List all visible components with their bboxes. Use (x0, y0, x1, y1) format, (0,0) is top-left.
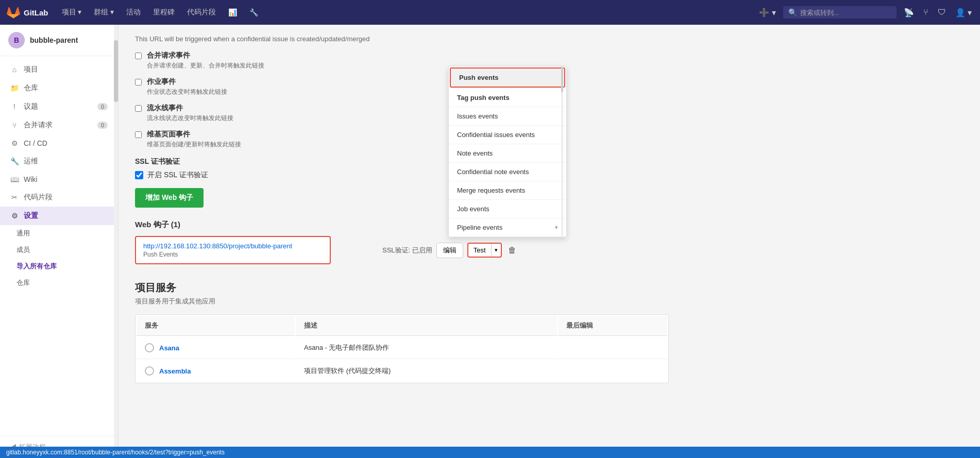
merge-requests-label: 合并请求事件 (147, 51, 264, 60)
sidebar-nav-list: ⌂ 项目 📁 仓库 ! 议题 0 ⑂ 合并请求 0 ⚙ CI / CD (0, 56, 118, 295)
nav-groups[interactable]: 群组 ▾ (89, 6, 119, 19)
cicd-icon: ⚙ (10, 139, 19, 147)
services-table-head: 服务 描述 最后编辑 (137, 316, 667, 336)
sidebar-item-settings[interactable]: ⚙ 设置 (0, 207, 118, 225)
dropdown-item-merge-requests-events[interactable]: Merge requests events (449, 181, 566, 200)
top-navigation: GitLab 项目 ▾ 群组 ▾ 活动 里程碑 代码片段 📊 🔧 ➕ ▾ 🔍 📡… (0, 0, 980, 25)
broadcast-icon[interactable]: 📡 (902, 6, 916, 20)
sidebar-item-label: 代码片段 (24, 193, 53, 202)
dropdown-item-issues-events[interactable]: Issues events (449, 107, 566, 126)
main-inner: This URL will be triggered when a confid… (119, 25, 685, 394)
nav-snippets[interactable]: 代码片段 (182, 6, 221, 19)
dropdown-item-push-events[interactable]: Push events (450, 67, 565, 88)
search-input[interactable] (800, 9, 891, 16)
issues-badge: 0 (97, 103, 108, 110)
sidebar-item-wiki[interactable]: 📖 Wiki (0, 171, 118, 188)
col-last-edit: 最后编辑 (558, 316, 667, 336)
wiki-events-checkbox[interactable] (135, 131, 142, 138)
test-webhook-dropdown[interactable]: ▾ (492, 244, 501, 257)
nav-projects[interactable]: 项目 ▾ (57, 6, 87, 19)
plus-icon[interactable]: ➕ ▾ (757, 6, 778, 20)
sidebar-item-label: CI / CD (24, 139, 47, 147)
assembla-toggle[interactable] (145, 366, 154, 376)
dropdown-item-tag-push-events[interactable]: Tag push events (449, 89, 566, 107)
dropdown-item-note-events[interactable]: Note events (449, 144, 566, 163)
wiki-events-checkbox-item: 维基页面事件 维基页面创建/更新时将触发此链接 (135, 130, 669, 149)
delete-webhook-button[interactable]: 🗑 (506, 244, 518, 257)
webhook-section: Web 钩子 (1) http://192.168.102.130:8850/p… (135, 220, 669, 264)
col-service: 服务 (137, 316, 295, 336)
sidebar-item-project[interactable]: ⌂ 项目 (0, 60, 118, 79)
snippets-icon: ✂ (10, 193, 19, 201)
add-webhook-button[interactable]: 增加 Web 钩子 (135, 188, 204, 208)
dropdown-item-confidential-note-events[interactable]: Confidential note events (449, 163, 566, 181)
ssl-checkbox[interactable] (135, 171, 143, 179)
pipeline-events-checkbox[interactable] (135, 105, 142, 112)
sidebar-item-repository[interactable]: 📁 仓库 (0, 79, 118, 97)
wiki-events-label-group: 维基页面事件 维基页面创建/更新时将触发此链接 (147, 130, 241, 149)
search-box[interactable]: 🔍 (783, 6, 897, 19)
shield-icon[interactable]: 🛡 (936, 6, 948, 19)
project-name: bubble-parent (30, 36, 78, 44)
asana-toggle[interactable] (145, 343, 154, 352)
edit-webhook-button[interactable]: 编辑 (436, 243, 463, 258)
merge-icon[interactable]: ⑂ (921, 6, 931, 19)
merge-requests-badge: 0 (97, 122, 108, 129)
gitlab-text: GitLab (24, 8, 48, 17)
ssl-status-label: SSL验证: 已启用 (382, 246, 432, 255)
sidebar-item-snippets[interactable]: ✂ 代码片段 (0, 188, 118, 207)
job-events-desc: 作业状态改变时将触发此链接 (147, 88, 227, 96)
pipeline-events-label: 流水线事件 (147, 104, 233, 113)
top-nav-items: 项目 ▾ 群组 ▾ 活动 里程碑 代码片段 📊 🔧 (57, 6, 264, 19)
sidebar-scrollbar-thumb (114, 40, 118, 102)
settings-submenu: 通用 成员 导入所有仓库 仓库 (0, 225, 118, 291)
issues-icon: ! (10, 103, 19, 111)
sidebar-sub-general[interactable]: 通用 (16, 225, 118, 242)
ssl-checkbox-label: 开启 SSL 证书验证 (147, 171, 208, 180)
sidebar-scrollbar-track[interactable] (114, 25, 118, 458)
services-table-header-row: 服务 描述 最后编辑 (137, 316, 667, 336)
asana-link[interactable]: Asana (159, 344, 179, 352)
dropdown-item-pipeline-events[interactable]: Pipeline events ▾ (449, 218, 566, 237)
sidebar-sub-import[interactable]: 导入所有仓库 (16, 258, 118, 275)
merge-requests-checkbox[interactable] (135, 53, 142, 59)
sidebar-item-cicd[interactable]: ⚙ CI / CD (0, 134, 118, 152)
sidebar-item-label: 项目 (24, 65, 38, 74)
nav-chart-icon[interactable]: 📊 (223, 6, 242, 19)
test-webhook-button[interactable]: Test (468, 244, 492, 257)
gitlab-logo[interactable]: GitLab (6, 5, 48, 20)
services-table-body: Asana Asana - 无电子邮件团队协作 Assembla (137, 337, 667, 382)
topnav-right: ➕ ▾ 🔍 📡 ⑂ 🛡 👤 ▾ (757, 6, 974, 20)
job-events-checkbox[interactable] (135, 79, 142, 86)
user-avatar[interactable]: 👤 ▾ (953, 6, 974, 20)
assembla-link[interactable]: Assembla (159, 367, 191, 375)
events-dropdown-popup: Push events Tag push events Issues event… (448, 66, 567, 238)
pipeline-scroll-arrow: ▾ (555, 224, 558, 231)
services-title: 项目服务 (135, 281, 669, 295)
webhook-item: http://192.168.102.130:8850/project/bubb… (135, 236, 331, 264)
sidebar-item-issues[interactable]: ! 议题 0 (0, 97, 118, 116)
webhook-event-label: Push Events (143, 251, 292, 258)
table-row: Asana Asana - 无电子邮件团队协作 (137, 337, 667, 359)
webhook-url[interactable]: http://192.168.102.130:8850/project/bubb… (143, 242, 292, 250)
sidebar-sub-repository[interactable]: 仓库 (16, 275, 118, 291)
nav-milestones[interactable]: 里程碑 (148, 6, 180, 19)
nav-wrench-icon[interactable]: 🔧 (244, 6, 263, 19)
assembla-last-edit (558, 360, 667, 382)
sidebar-item-merge-requests[interactable]: ⑂ 合并请求 0 (0, 116, 118, 134)
sidebar: B bubble-parent ⌂ 项目 📁 仓库 ! 议题 0 ⑂ 合并请求 … (0, 25, 119, 458)
pipeline-events-label: Pipeline events (457, 224, 502, 231)
settings-icon: ⚙ (10, 212, 19, 220)
dropdown-item-job-events[interactable]: Job events (449, 200, 566, 218)
repo-icon: 📁 (10, 84, 19, 92)
assembla-desc: 项目管理软件 (代码提交终端) (296, 360, 556, 382)
sidebar-item-label: Wiki (24, 175, 37, 183)
sidebar-item-operations[interactable]: 🔧 运维 (0, 152, 118, 171)
dropdown-item-confidential-issues-events[interactable]: Confidential issues events (449, 126, 566, 144)
notice-text: This URL will be triggered when a confid… (135, 35, 669, 43)
sidebar-sub-members[interactable]: 成员 (16, 242, 118, 258)
nav-activity[interactable]: 活动 (121, 6, 146, 19)
webhook-item-content: http://192.168.102.130:8850/project/bubb… (143, 242, 292, 258)
scrollbar-thumb (561, 66, 563, 92)
webhook-controls: SSL验证: 已启用 编辑 Test ▾ 🗑 (382, 243, 518, 258)
